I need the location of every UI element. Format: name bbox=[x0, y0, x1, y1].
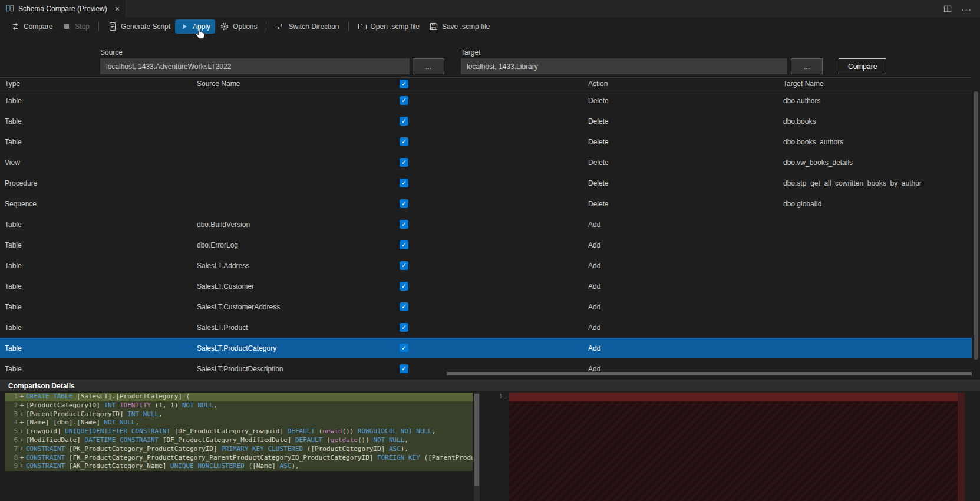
more-actions-icon[interactable]: ··· bbox=[961, 4, 972, 14]
code-token: ROWGUIDCOL NOT NULL bbox=[358, 427, 432, 435]
toolbar-button-save-scmp-file[interactable]: Save .scmp file bbox=[424, 19, 494, 34]
cell-include: ✓ bbox=[395, 179, 583, 187]
row-checkbox[interactable]: ✓ bbox=[400, 261, 408, 270]
cell-action: Delete bbox=[583, 117, 778, 126]
column-header-action[interactable]: Action bbox=[583, 80, 778, 88]
row-checkbox[interactable]: ✓ bbox=[400, 302, 408, 311]
row-checkbox[interactable]: ✓ bbox=[400, 96, 408, 105]
target-browse-button[interactable]: ... bbox=[791, 58, 823, 74]
code-line: 2+[ProductCategoryID] INT IDENTITY (1, 1… bbox=[5, 401, 473, 410]
row-checkbox[interactable]: ✓ bbox=[400, 199, 408, 208]
code-token: [ParentProductCategoryID] bbox=[26, 410, 127, 418]
toolbar-button-open-scmp-file[interactable]: Open .scmp file bbox=[353, 19, 424, 34]
row-checkbox[interactable]: ✓ bbox=[400, 137, 408, 146]
table-row[interactable]: Table✓Deletedbo.books bbox=[0, 111, 972, 131]
column-header-target-name[interactable]: Target Name bbox=[778, 80, 972, 88]
column-header-source-name[interactable]: Source Name bbox=[192, 80, 395, 88]
row-checkbox[interactable]: ✓ bbox=[400, 179, 408, 187]
code-token: NOT NULL bbox=[182, 401, 213, 409]
diff-target-pane[interactable]: 1– bbox=[493, 393, 965, 501]
cell-source-name: SalesLT.Address bbox=[192, 262, 395, 270]
toolbar-separator bbox=[348, 22, 349, 31]
select-all-checkbox[interactable]: ✓ bbox=[400, 80, 408, 88]
diff-add-sign: + bbox=[18, 445, 26, 454]
toolbar-button-compare[interactable]: Compare bbox=[6, 19, 57, 34]
scrollbar-thumb[interactable] bbox=[474, 394, 479, 486]
switch-icon bbox=[275, 22, 285, 31]
tab-schema-compare[interactable]: Schema Compare (Preview) × bbox=[0, 0, 126, 18]
table-row[interactable]: View✓Deletedbo.vw_books_details bbox=[0, 152, 972, 173]
split-editor-icon[interactable] bbox=[943, 5, 952, 13]
row-checkbox[interactable]: ✓ bbox=[400, 117, 408, 126]
cell-target-name: dbo.globalId bbox=[778, 200, 972, 208]
diff-source-pane[interactable]: 1+CREATE TABLE [SalesLT].[ProductCategor… bbox=[5, 393, 473, 501]
table-row[interactable]: TableSalesLT.CustomerAddress✓Add bbox=[0, 296, 972, 317]
cell-target-name: dbo.authors bbox=[778, 97, 972, 105]
code-line: 5+[rowguid] UNIQUEIDENTIFIER CONSTRAINT … bbox=[5, 427, 473, 436]
script-icon bbox=[108, 22, 117, 31]
code-token: , bbox=[159, 410, 163, 418]
column-header-type[interactable]: Type bbox=[0, 80, 192, 88]
target-input[interactable]: localhost, 1433.Library bbox=[461, 58, 787, 74]
code-token: ( bbox=[315, 427, 322, 435]
tab-bar-actions: ··· bbox=[943, 0, 980, 18]
table-row[interactable]: Tabledbo.BuildVersion✓Add bbox=[0, 214, 972, 235]
cell-type: Table bbox=[0, 117, 192, 126]
table-row[interactable]: Table✓Deletedbo.books_authors bbox=[0, 131, 972, 152]
diff-right-overview-ruler[interactable] bbox=[958, 393, 965, 501]
cell-action: Delete bbox=[583, 159, 778, 167]
grid-horizontal-scrollbar[interactable] bbox=[0, 371, 972, 376]
code-token: 1, 1 bbox=[159, 401, 174, 409]
grid-header-row: Type Source Name ✓ Action Target Name bbox=[0, 77, 972, 90]
code-token: [DF_ProductCategory_ModifiedDate] bbox=[159, 436, 295, 444]
table-row[interactable]: Procedure✓Deletedbo.stp_get_all_cowritte… bbox=[0, 173, 972, 193]
cell-include: ✓ bbox=[395, 158, 583, 167]
toolbar-button-label: Apply bbox=[193, 22, 210, 31]
diff-deleted-region bbox=[509, 393, 958, 501]
row-checkbox[interactable]: ✓ bbox=[400, 220, 408, 229]
table-row[interactable]: TableSalesLT.Product✓Add bbox=[0, 317, 972, 338]
source-browse-button[interactable]: ... bbox=[413, 58, 444, 74]
scrollbar-thumb[interactable] bbox=[974, 91, 978, 360]
toolbar-button-switch-direction[interactable]: Switch Direction bbox=[270, 19, 344, 34]
cell-type: View bbox=[0, 159, 192, 167]
line-number: 6 bbox=[5, 436, 18, 445]
code-token: [ModifiedDate] bbox=[26, 436, 84, 444]
diff-left-scrollbar[interactable] bbox=[474, 393, 480, 501]
table-row[interactable]: Table✓Deletedbo.authors bbox=[0, 90, 972, 111]
cell-type: Sequence bbox=[0, 200, 192, 208]
row-checkbox[interactable]: ✓ bbox=[400, 344, 408, 352]
cell-include: ✓ bbox=[395, 199, 583, 208]
row-checkbox[interactable]: ✓ bbox=[400, 240, 408, 249]
source-label: Source bbox=[100, 48, 123, 57]
table-row[interactable]: Sequence✓Deletedbo.globalId bbox=[0, 193, 972, 214]
diff-left-code: 1+CREATE TABLE [SalesLT].[ProductCategor… bbox=[5, 393, 473, 471]
code-token: , bbox=[213, 401, 217, 409]
toolbar-button-generate-script[interactable]: Generate Script bbox=[103, 19, 175, 34]
cell-type: Table bbox=[0, 241, 192, 249]
toolbar-button-options[interactable]: Options bbox=[215, 19, 262, 34]
table-row[interactable]: TableSalesLT.Address✓Add bbox=[0, 255, 972, 276]
cell-source-name: dbo.BuildVersion bbox=[192, 220, 395, 229]
cell-action: Add bbox=[583, 262, 778, 270]
row-checkbox[interactable]: ✓ bbox=[400, 158, 408, 167]
line-number: 9 bbox=[5, 462, 18, 471]
compare-button[interactable]: Compare bbox=[839, 58, 886, 74]
cell-source-name: SalesLT.Product bbox=[192, 324, 395, 332]
code-text: [ProductCategoryID] INT IDENTITY (1, 1) … bbox=[26, 401, 217, 410]
toolbar-button-apply[interactable]: Apply bbox=[175, 19, 215, 34]
code-token: CONSTRAINT bbox=[26, 462, 65, 470]
row-checkbox[interactable]: ✓ bbox=[400, 323, 408, 332]
table-row[interactable]: TableSalesLT.Customer✓Add bbox=[0, 276, 972, 296]
cell-include: ✓ bbox=[395, 117, 583, 126]
code-token: ([ParentProductCatego bbox=[420, 454, 473, 462]
source-input[interactable]: localhost, 1433.AdventureWorksLT2022 bbox=[100, 58, 410, 74]
table-row[interactable]: TableSalesLT.ProductCategory✓Add bbox=[0, 338, 972, 358]
save-file-icon bbox=[429, 22, 438, 31]
row-checkbox[interactable]: ✓ bbox=[400, 282, 408, 291]
cell-source-name: SalesLT.Customer bbox=[192, 282, 395, 291]
code-token: INT NULL bbox=[127, 410, 159, 418]
table-row[interactable]: Tabledbo.ErrorLog✓Add bbox=[0, 235, 972, 255]
scrollbar-thumb[interactable] bbox=[447, 372, 972, 375]
close-tab-icon[interactable]: × bbox=[115, 5, 120, 13]
